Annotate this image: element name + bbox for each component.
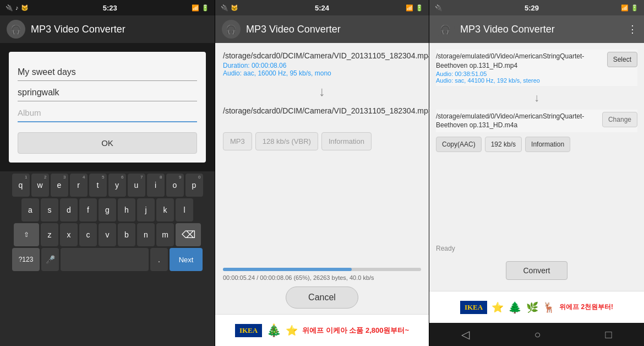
key-c[interactable]: c xyxy=(79,223,97,246)
cat-icon-2: 🐱 xyxy=(231,4,238,12)
app-logo-3: 🎧 xyxy=(436,20,455,39)
arrow-down-icon-2: ↓ xyxy=(223,84,421,99)
ad-banner-3: IKEA ⭐ 🌲 🌿 🦌 위에프 2천원부터! xyxy=(429,291,644,323)
format-mp3-button[interactable]: MP3 xyxy=(223,132,252,150)
key-l[interactable]: l xyxy=(176,198,193,221)
arrow-down-icon-3: ↓ xyxy=(436,91,637,104)
key-o[interactable]: 9o xyxy=(166,174,184,197)
key-m[interactable]: m xyxy=(156,223,174,246)
input-audio-duration: Duration: 00:00:08.06 xyxy=(223,62,433,69)
p3-format-row: Copy(AAC) 192 kb/s Information xyxy=(436,137,637,152)
ad-text-2: 위에프 이케아 소품 2,800원부터~ xyxy=(302,326,409,336)
title-input[interactable] xyxy=(18,63,197,81)
output-file-info: /storage/sdcard0/DCIM/Camera/VID_2013110… xyxy=(223,106,433,117)
status-bar-3: 🔌 5:29 📶 🔋 xyxy=(429,0,644,15)
next-key[interactable]: Next xyxy=(170,248,203,271)
key-z[interactable]: z xyxy=(41,223,58,246)
key-d[interactable]: d xyxy=(60,198,78,221)
back-nav-icon[interactable]: ◁ xyxy=(461,328,470,341)
nav-bar-3: ◁ ○ □ xyxy=(429,323,644,346)
status-bar-2: 🔌 🐱 5:24 📶 🔋 xyxy=(215,0,429,15)
key-e[interactable]: 3e xyxy=(51,174,68,197)
key-row-1: 1q 2w 3e 4r 5t 6y 7u 8i 9o 0p xyxy=(1,174,214,197)
bitrate-button-3[interactable]: 192 kb/s xyxy=(485,137,522,152)
wifi-icon-3: 📶 xyxy=(621,4,629,12)
format-info-button[interactable]: Information xyxy=(321,132,372,150)
p3-output-row: /storage/emulated/0/Video/AmericanString… xyxy=(436,110,637,133)
progress-bar-fill xyxy=(223,268,352,271)
key-row-4: ?123 🎤 . Next xyxy=(1,248,214,271)
progress-bar-background xyxy=(223,268,421,271)
space-key[interactable] xyxy=(61,248,149,271)
key-a[interactable]: a xyxy=(21,198,39,221)
key-h[interactable]: h xyxy=(118,198,135,221)
key-s[interactable]: s xyxy=(41,198,58,221)
usb-icon: 🔌 xyxy=(6,4,13,12)
wifi-icon-1: 📶 xyxy=(192,4,199,12)
key-y[interactable]: 6y xyxy=(108,174,126,197)
music-icon: ♪ xyxy=(15,4,19,11)
tag-dialog: OK xyxy=(9,52,206,163)
ikea-logo-3: IKEA xyxy=(460,301,487,314)
key-w[interactable]: 2w xyxy=(31,174,49,197)
artist-input[interactable] xyxy=(18,83,197,101)
status-left-icons-1: 🔌 ♪ 🐱 xyxy=(6,4,29,12)
format-bitrate-button[interactable]: 128 kb/s (VBR) xyxy=(255,132,318,150)
key-b[interactable]: b xyxy=(118,223,135,246)
status-right-icons-2: 📶 🔋 xyxy=(406,4,423,12)
symbols-key[interactable]: ?123 xyxy=(12,248,40,271)
status-right-icons-1: 📶 🔋 xyxy=(192,4,209,12)
progress-text: 00:00:05.24 / 00:00:08.06 (65%), 26263 b… xyxy=(223,274,421,281)
information-button-3[interactable]: Information xyxy=(525,137,570,152)
delete-key[interactable]: ⌫ xyxy=(176,223,201,246)
key-u[interactable]: 7u xyxy=(128,174,145,197)
home-nav-icon[interactable]: ○ xyxy=(534,328,541,341)
menu-icon-3[interactable]: ⋮ xyxy=(627,23,637,35)
copy-aac-button[interactable]: Copy(AAC) xyxy=(436,137,482,152)
status-time-2: 5:24 xyxy=(315,4,329,12)
shift-key[interactable]: ⇧ xyxy=(14,223,39,246)
cancel-button[interactable]: Cancel xyxy=(286,286,358,309)
app-logo-1: 🎧 xyxy=(7,20,25,39)
cat-icon: 🐱 xyxy=(21,4,29,12)
key-g[interactable]: g xyxy=(99,198,116,221)
key-x[interactable]: x xyxy=(60,223,78,246)
select-button-3[interactable]: Select xyxy=(607,52,637,67)
key-f[interactable]: f xyxy=(79,198,97,221)
status-bar-1: 🔌 ♪ 🐱 5:23 📶 🔋 xyxy=(0,0,215,15)
ok-button[interactable]: OK xyxy=(18,132,197,154)
album-input[interactable] xyxy=(18,104,197,122)
key-r[interactable]: 4r xyxy=(70,174,88,197)
input-audio-details: Audio: aac, 16000 Hz, 95 kb/s, mono xyxy=(223,69,433,77)
key-v[interactable]: v xyxy=(99,223,116,246)
panel-ready: 🔌 5:29 📶 🔋 🎧 MP3 Video Converter ⋮ /stor… xyxy=(429,0,644,346)
p3-input-info: /storage/emulated/0/Video/AmericanString… xyxy=(436,52,607,84)
key-j[interactable]: j xyxy=(137,198,155,221)
ad-banner-2: IKEA 🎄 ⭐ 위에프 이케아 소품 2,800원부터~ xyxy=(215,314,429,346)
convert-button[interactable]: Convert xyxy=(506,261,567,280)
ad-decoration-2: 🎄 xyxy=(266,323,281,338)
key-q[interactable]: 1q xyxy=(12,174,30,197)
key-k[interactable]: k xyxy=(156,198,174,221)
recent-nav-icon[interactable]: □ xyxy=(605,328,612,341)
status-ready-label: Ready xyxy=(436,245,637,252)
status-left-icons-3: 🔌 xyxy=(435,4,443,12)
p3-input-path: /storage/emulated/0/Video/AmericanString… xyxy=(436,52,603,71)
app-title-1: MP3 Video Converter xyxy=(31,24,125,35)
output-file-row: /storage/sdcard0/DCIM/Camera/VID_2013110… xyxy=(223,106,421,125)
key-t[interactable]: 5t xyxy=(89,174,107,197)
status-time-3: 5:29 xyxy=(525,4,539,12)
change-button-3[interactable]: Change xyxy=(602,112,637,127)
ad-wreath-icon-3: 🌿 xyxy=(526,301,538,313)
p3-output-path: /storage/emulated/0/Video/AmericanString… xyxy=(436,112,598,131)
header-left-3: 🎧 MP3 Video Converter xyxy=(436,20,555,39)
key-p[interactable]: 0p xyxy=(185,174,203,197)
status-left-icons-2: 🔌 🐱 xyxy=(221,4,238,12)
app-title-3: MP3 Video Converter xyxy=(460,24,555,35)
key-n[interactable]: n xyxy=(137,223,155,246)
status-right-icons-3: 📶 🔋 xyxy=(621,4,638,12)
mic-key[interactable]: 🎤 xyxy=(41,248,59,271)
key-i[interactable]: 8i xyxy=(147,174,165,197)
spacer-3 xyxy=(436,156,637,240)
period-key[interactable]: . xyxy=(150,248,168,271)
